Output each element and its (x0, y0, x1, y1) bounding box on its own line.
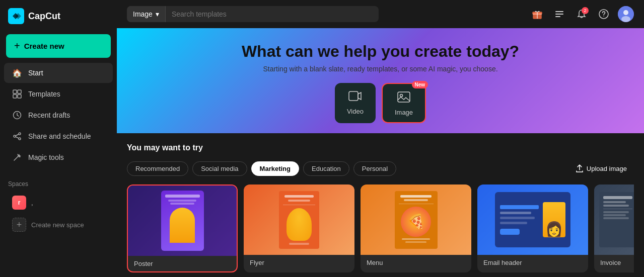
sidebar-item-label: Recent drafts (28, 111, 70, 119)
filter-recommended[interactable]: Recommended (127, 161, 188, 176)
sidebar-item-label: Start (28, 69, 43, 77)
hero-subtitle: Starting with a blank slate, ready templ… (137, 65, 624, 73)
notification-badge: 2 (582, 7, 589, 14)
filter-social-media[interactable]: Social media (192, 161, 247, 176)
main-content: Image ▾ (117, 0, 644, 277)
template-label: Poster (128, 256, 237, 271)
video-button-label: Video (347, 108, 364, 115)
svg-rect-12 (555, 16, 560, 17)
upload-label: Upload image (587, 165, 627, 172)
user-avatar[interactable] (618, 6, 634, 22)
template-label: Invoice (594, 255, 634, 270)
sidebar: CapCut + Create new 🏠 Start Templates (0, 0, 117, 277)
hero-image-button[interactable]: New Image (382, 83, 426, 123)
clock-icon (12, 110, 22, 120)
chevron-down-icon: ▾ (156, 10, 159, 18)
space-item[interactable]: r , (8, 192, 109, 214)
search-type-button[interactable]: Image ▾ (127, 6, 166, 22)
logo: CapCut (0, 0, 117, 30)
image-button-label: Image (395, 109, 413, 116)
upload-image-button[interactable]: Upload image (568, 160, 634, 176)
svg-point-5 (19, 133, 21, 135)
svg-point-6 (14, 135, 16, 137)
svg-point-16 (623, 10, 628, 15)
sidebar-item-label: Share and schedule (28, 132, 91, 140)
sidebar-item-label: Templates (28, 90, 60, 98)
bell-icon[interactable]: 2 (574, 6, 590, 22)
search-input[interactable] (166, 6, 379, 22)
gift-icon[interactable] (529, 6, 545, 22)
magic-icon (12, 152, 22, 162)
new-badge: New (412, 81, 428, 88)
header: Image ▾ (117, 0, 644, 28)
invoice-thumbnail (594, 184, 634, 255)
sidebar-item-recent-drafts[interactable]: Recent drafts (4, 105, 113, 125)
svg-rect-10 (555, 11, 563, 12)
sidebar-item-start[interactable]: 🏠 Start (4, 63, 113, 83)
template-label: Flyer (244, 255, 354, 270)
menu-icon[interactable] (551, 6, 567, 22)
logo-text: CapCut (28, 11, 60, 22)
svg-rect-18 (349, 91, 358, 101)
sidebar-item-label: Magic tools (28, 153, 64, 161)
plus-icon: + (14, 40, 20, 52)
filter-marketing[interactable]: Marketing (251, 161, 299, 176)
help-icon[interactable] (596, 6, 612, 22)
logo-icon (8, 8, 24, 24)
menu-thumbnail: 🍕 (361, 184, 471, 255)
space-name: , (31, 199, 33, 207)
filter-personal[interactable]: Personal (353, 161, 396, 176)
sidebar-item-templates[interactable]: Templates (4, 84, 113, 104)
svg-point-14 (603, 16, 604, 17)
space-avatar: r (12, 196, 26, 210)
template-card-invoice[interactable]: Invoice (594, 184, 634, 272)
create-space-label: Create new space (31, 221, 84, 229)
image-icon (397, 90, 411, 107)
section-title: You may want to try (127, 143, 634, 152)
template-card-email-header[interactable]: 👩 Email header (477, 184, 588, 272)
template-grid: Poster Flyer (127, 184, 634, 272)
hero-title: What can we help you create today? (137, 42, 624, 61)
svg-point-20 (400, 95, 403, 97)
svg-rect-3 (18, 95, 21, 98)
sidebar-nav: 🏠 Start Templates Recent drafts (0, 62, 117, 168)
sidebar-item-magic-tools[interactable]: Magic tools (4, 147, 113, 167)
spaces-label: Spaces (8, 180, 109, 188)
filter-education[interactable]: Education (303, 161, 349, 176)
poster-thumbnail (128, 186, 237, 256)
add-space-icon: + (12, 218, 26, 232)
svg-rect-2 (13, 95, 17, 98)
svg-rect-1 (18, 90, 21, 94)
hero-buttons: Video New Image (137, 83, 624, 123)
svg-rect-19 (398, 92, 410, 102)
create-space-button[interactable]: + Create new space (8, 214, 109, 236)
hero-video-button[interactable]: Video (335, 83, 376, 123)
create-new-label: Create new (24, 42, 64, 50)
search-container: Image ▾ (127, 6, 379, 22)
header-actions: 2 (529, 6, 634, 22)
template-card-menu[interactable]: 🍕 Menu (361, 184, 471, 272)
template-label: Email header (477, 255, 588, 270)
svg-rect-0 (13, 90, 17, 94)
video-icon (348, 89, 362, 106)
create-new-button[interactable]: + Create new (6, 34, 111, 58)
spaces-section: Spaces r , + Create new space (0, 180, 117, 240)
flyer-thumbnail (244, 184, 354, 255)
svg-point-7 (19, 138, 21, 140)
home-icon: 🏠 (12, 68, 22, 78)
template-label: Menu (361, 255, 471, 270)
svg-rect-11 (555, 14, 563, 15)
share-icon (12, 131, 22, 141)
template-card-flyer[interactable]: Flyer (244, 184, 354, 272)
search-type-label: Image (133, 10, 153, 18)
template-card-poster[interactable]: Poster (127, 184, 238, 272)
hero-banner: What can we help you create today? Start… (117, 28, 644, 133)
sidebar-item-share-schedule[interactable]: Share and schedule (4, 126, 113, 146)
svg-point-17 (621, 16, 630, 22)
filter-row: Recommended Social media Marketing Educa… (127, 160, 634, 176)
email-thumbnail: 👩 (477, 184, 588, 255)
templates-icon (12, 89, 22, 99)
content-area: You may want to try Recommended Social m… (117, 133, 644, 277)
